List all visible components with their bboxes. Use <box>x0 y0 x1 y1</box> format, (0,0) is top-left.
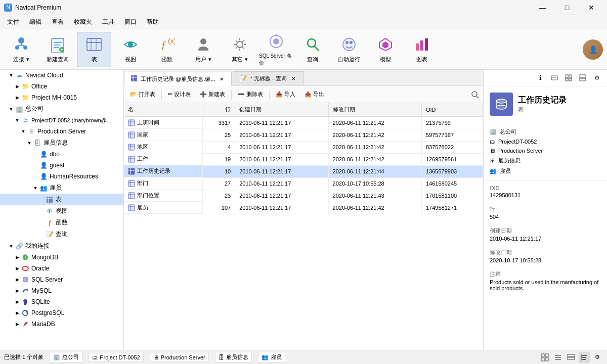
menu-file[interactable]: 文件 <box>2 16 24 28</box>
table-row[interactable]: 部门 27 2010-06-11 12:21:17 2020-10-17 10:… <box>124 177 483 190</box>
sidebar-item-navicat-cloud[interactable]: ▼ ☁ Navicat Cloud <box>0 70 123 81</box>
svg-point-41 <box>23 310 28 315</box>
sidebar-item-queries[interactable]: ▶ 📝 查询 <box>0 229 123 240</box>
table-row[interactable]: 国家 25 2010-06-11 12:21:17 2020-06-11 12:… <box>124 129 483 141</box>
status-project-tag[interactable]: 🗂 Project DT-0052 <box>89 353 143 362</box>
toolbar-query[interactable]: 查询 <box>295 32 330 67</box>
sidebar-item-hr[interactable]: ▶ 👤 HumanResources <box>0 171 123 182</box>
sidebar-item-views[interactable]: ▶ 👁 视图 <box>0 205 123 217</box>
view-btn-grid[interactable] <box>539 352 550 363</box>
view-btn-list[interactable] <box>552 352 563 363</box>
table-row[interactable]: 部门位置 23 2010-06-11 12:21:17 2020-06-11 1… <box>124 190 483 202</box>
row-created: 2010-06-11 12:21:17 <box>235 141 328 153</box>
tab-untitled-query-close[interactable]: ✕ <box>290 75 297 82</box>
panel-split-btn[interactable] <box>577 72 589 84</box>
oracle-label: Oracle <box>31 265 49 272</box>
menu-window[interactable]: 窗口 <box>119 16 142 28</box>
svg-rect-76 <box>566 78 568 81</box>
sidebar-item-projectdt[interactable]: ▼ 🗂 ProjectDT-0052 (marybrown@... <box>0 115 123 126</box>
toolbar-new-query[interactable]: 新建查询 <box>40 32 75 67</box>
tab-work-history-close[interactable]: ✕ <box>218 75 225 82</box>
export-button[interactable]: 📤 导出 <box>300 89 328 100</box>
svg-rect-63 <box>128 180 135 187</box>
sidebar-item-guest[interactable]: ▶ 👤 guest <box>0 160 123 171</box>
sidebar-item-production-server[interactable]: ▼ 🖥 Production Server <box>0 126 123 137</box>
svg-point-42 <box>26 311 27 313</box>
open-table-button[interactable]: 📂 打开表 <box>126 89 159 100</box>
menu-favorites[interactable]: 收藏夹 <box>69 16 97 28</box>
panel-settings-btn[interactable]: ⚙ <box>591 72 603 84</box>
toolbar-connect[interactable]: 连接 ▾ <box>4 32 38 67</box>
sidebar-item-company[interactable]: ▼ 🏢 总公司 <box>0 103 123 115</box>
sidebar-item-functions[interactable]: ▶ ƒ 函数 <box>0 217 123 229</box>
table-row[interactable]: 工作历史记录 10 2010-06-11 12:21:17 2020-06-11… <box>124 165 483 177</box>
svg-point-40 <box>26 289 28 291</box>
view-btn-columns[interactable] <box>579 352 590 363</box>
table-row[interactable]: 雇员 107 2010-06-11 12:21:17 2020-06-11 12… <box>124 202 483 214</box>
design-table-button[interactable]: ✏ 设计表 <box>164 89 195 100</box>
table-row[interactable]: 上班时间 3317 2010-06-11 12:21:17 2020-06-11… <box>124 116 483 129</box>
table-row[interactable]: 工作 19 2010-06-11 12:21:17 2020-06-11 12:… <box>124 153 483 165</box>
sidebar-item-tables[interactable]: ▶ 表 <box>0 194 123 205</box>
row-oid: 1269579561 <box>421 153 483 165</box>
sidebar-item-mongodb[interactable]: ▶ MongoDB <box>0 252 123 263</box>
status-company-icon: 🏢 <box>53 354 60 360</box>
row-modified: 2020-06-11 12:21:42 <box>328 141 421 153</box>
toolbar-table[interactable]: 表 <box>77 32 111 67</box>
menu-tools[interactable]: 工具 <box>97 16 119 28</box>
sidebar-item-office[interactable]: ▶ 📁 Office <box>0 81 123 92</box>
toolbar-backup[interactable]: SQL Server 备份 <box>259 32 293 67</box>
toolbar-function[interactable]: ƒ(x) 函数 <box>150 32 184 67</box>
tab-untitled-query[interactable]: 📝 * 无标题 - 查询 ✕ <box>233 71 303 85</box>
tab-work-history[interactable]: 工作历史记录 @雇员信息.僱... ✕ <box>124 72 232 86</box>
menu-edit[interactable]: 编辑 <box>24 16 47 28</box>
menu-view[interactable]: 查看 <box>47 16 69 28</box>
sidebar-item-oracle[interactable]: ▶ Oracle <box>0 263 123 274</box>
panel-preview-btn[interactable] <box>562 72 575 84</box>
search-button[interactable] <box>469 88 481 101</box>
panel-db-icon <box>490 93 513 116</box>
panel-ddl-btn[interactable] <box>548 72 560 84</box>
import-button[interactable]: 📥 导入 <box>272 89 299 100</box>
sidebar-item-postgresql[interactable]: ▶ PostgreSQL <box>0 307 123 318</box>
status-employees-tag[interactable]: 👥 雇员 <box>258 352 285 362</box>
view-btn-detail[interactable] <box>566 352 577 363</box>
toolbar-other[interactable]: 其它 ▾ <box>223 32 257 67</box>
toolbar-auto-run[interactable]: 自动运行 <box>332 32 366 67</box>
svg-rect-66 <box>128 193 135 199</box>
table-row[interactable]: 地区 4 2010-06-11 12:21:17 2020-06-11 12:2… <box>124 141 483 153</box>
panel-info-btn[interactable]: ℹ <box>534 72 546 84</box>
sidebar-item-my-connections[interactable]: ▼ 🔗 我的连接 <box>0 240 123 252</box>
svg-point-25 <box>343 38 355 51</box>
menu-help[interactable]: 帮助 <box>142 16 164 28</box>
sidebar-item-sqlite[interactable]: ▶ SQLite <box>0 296 123 307</box>
status-server-tag[interactable]: 🖥 Production Server <box>150 353 209 362</box>
right-panel: ℹ ⚙ 工作历史记录 表 🏢 总公司 <box>483 70 607 350</box>
sidebar-item-mysql[interactable]: ▶ MySQL <box>0 285 123 296</box>
sidebar-item-employees[interactable]: ▼ 👥 雇员 <box>0 182 123 194</box>
toolbar-user[interactable]: 用户 ▾ <box>186 32 221 67</box>
view-btn-settings[interactable]: ⚙ <box>592 352 603 363</box>
row-name: 地区 <box>124 141 203 153</box>
sidebar-item-employee-info[interactable]: ▼ 🗄 雇员信息 <box>0 137 123 149</box>
toolbar-view[interactable]: 视图 <box>113 32 148 67</box>
maximize-button[interactable]: □ <box>555 0 579 15</box>
delete-table-button[interactable]: ➖ 删除表 <box>234 89 267 100</box>
user-avatar[interactable]: 👤 <box>583 39 603 60</box>
row-modified: 2020-06-11 12:21:42 <box>328 153 421 165</box>
sidebar-item-sql-server[interactable]: ▶ S SQL Server <box>0 274 123 285</box>
status-employees-info-tag[interactable]: 🗄 雇员信息 <box>215 352 252 362</box>
status-company-tag[interactable]: 🏢 总公司 <box>50 352 82 362</box>
minimize-button[interactable]: — <box>531 0 554 15</box>
svg-point-27 <box>350 41 353 44</box>
sidebar-item-mariadb[interactable]: ▶ MariaDB <box>0 318 123 330</box>
toolbar-chart[interactable]: 图表 <box>405 32 439 67</box>
project-icon: 📁 <box>21 94 29 102</box>
queries-label: 查询 <box>56 230 68 239</box>
toolbar-model[interactable]: 模型 <box>368 32 403 67</box>
tab-bar: 工作历史记录 @雇员信息.僱... ✕ 📝 * 无标题 - 查询 ✕ <box>124 70 483 86</box>
sidebar-item-dbo[interactable]: ▶ 👤 dbo <box>0 149 123 160</box>
close-button[interactable]: ✕ <box>580 0 603 15</box>
new-table-button[interactable]: ➕ 新建表 <box>196 89 229 100</box>
sidebar-item-project-mh[interactable]: ▶ 📁 Project MH-0015 <box>0 92 123 103</box>
